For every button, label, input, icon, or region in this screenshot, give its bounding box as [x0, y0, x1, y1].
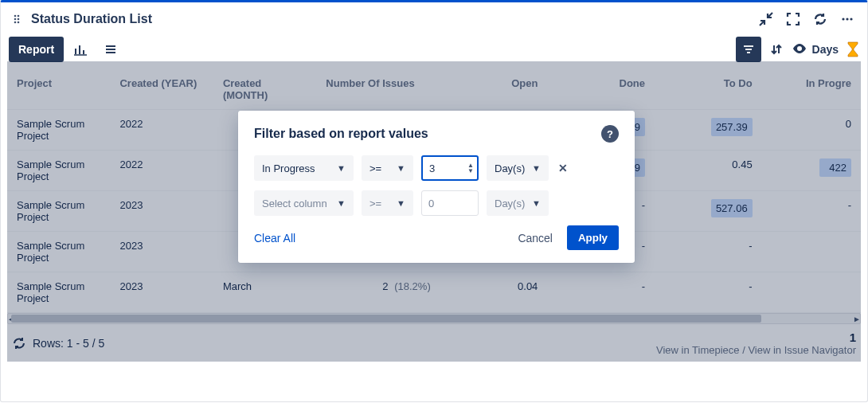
filter-operator-select-empty[interactable]: >= ▼: [362, 190, 413, 216]
report-frame: Status Duration List Report: [0, 0, 868, 402]
filter-row-1: In Progress ▼ >= ▼ 3 ▲▼ Day(s) ▼ ✕: [254, 155, 619, 181]
sort-icon[interactable]: [769, 42, 784, 57]
chevron-down-icon: ▼: [532, 198, 541, 208]
modal-title: Filter based on report values: [254, 127, 428, 141]
hourglass-icon[interactable]: [846, 41, 859, 57]
scroll-right-arrow[interactable]: ►: [852, 313, 862, 324]
svg-point-3: [18, 18, 20, 21]
chevron-down-icon: ▼: [337, 163, 346, 173]
rows-count: Rows: 1 - 5 / 5: [33, 337, 104, 350]
col-created-month[interactable]: Created (MONTH): [213, 69, 316, 110]
horizontal-scrollbar[interactable]: ◄ ►: [7, 313, 861, 324]
col-todo[interactable]: To Do: [655, 69, 762, 110]
col-in-progress[interactable]: In Progre: [762, 69, 861, 110]
col-done[interactable]: Done: [547, 69, 655, 110]
col-open[interactable]: Open: [440, 69, 548, 110]
help-icon[interactable]: ?: [601, 125, 619, 143]
svg-point-2: [14, 18, 17, 21]
filter-button[interactable]: [736, 37, 761, 62]
drag-handle-icon[interactable]: [14, 14, 23, 24]
view-in-timepiece-link[interactable]: View in Timepiece: [656, 344, 740, 356]
svg-point-0: [14, 15, 17, 18]
filter-value-input-empty[interactable]: 0: [421, 190, 479, 216]
toolbar: Report Days: [1, 33, 867, 69]
menu-view-button[interactable]: [97, 36, 124, 63]
fullscreen-icon[interactable]: [786, 12, 800, 26]
cancel-button[interactable]: Cancel: [518, 232, 553, 245]
filter-operator-select[interactable]: >= ▼: [362, 155, 413, 181]
footer: Rows: 1 - 5 / 5 1 View in Timepiece / Vi…: [1, 324, 867, 362]
table-row[interactable]: Sample Scrum Project2023March2 (18.2%)0.…: [7, 272, 861, 313]
filter-column-select-empty[interactable]: Select column ▼: [254, 190, 354, 216]
collapse-icon[interactable]: [759, 12, 773, 26]
filter-row-2: Select column ▼ >= ▼ 0 Day(s) ▼: [254, 190, 619, 216]
table-header-row: Project Created (YEAR) Created (MONTH) N…: [7, 69, 861, 110]
eye-icon: [792, 41, 807, 59]
filter-column-select[interactable]: In Progress ▼: [254, 155, 354, 181]
filter-modal: Filter based on report values ? In Progr…: [238, 111, 635, 263]
clear-all-button[interactable]: Clear All: [254, 232, 295, 245]
svg-point-7: [846, 18, 848, 20]
svg-point-1: [18, 15, 20, 18]
scroll-thumb[interactable]: [11, 315, 761, 323]
chevron-down-icon: ▼: [532, 163, 541, 173]
svg-point-5: [18, 22, 20, 24]
view-in-issue-navigator-link[interactable]: View in Issue Navigator: [748, 344, 856, 356]
filter-value-input[interactable]: 3 ▲▼: [421, 155, 479, 181]
refresh-rows-icon[interactable]: [12, 336, 26, 350]
remove-filter-icon[interactable]: ✕: [558, 162, 568, 174]
refresh-icon[interactable]: [813, 12, 827, 26]
filter-unit-select-empty[interactable]: Day(s) ▼: [487, 190, 549, 216]
page-title: Status Duration List: [31, 12, 152, 26]
col-created-year[interactable]: Created (YEAR): [110, 69, 213, 110]
chart-view-button[interactable]: [67, 36, 94, 63]
header: Status Duration List: [1, 2, 867, 33]
number-stepper[interactable]: ▲▼: [467, 162, 474, 174]
svg-point-8: [850, 18, 852, 20]
svg-point-4: [14, 22, 17, 24]
chevron-down-icon: ▼: [397, 163, 405, 173]
filter-unit-select[interactable]: Day(s) ▼: [487, 155, 549, 181]
more-icon[interactable]: [840, 12, 854, 26]
apply-button[interactable]: Apply: [567, 225, 619, 250]
days-label: Days: [812, 43, 839, 56]
col-project[interactable]: Project: [7, 69, 110, 110]
svg-point-6: [842, 18, 844, 20]
page-number: 1: [656, 331, 856, 344]
col-num-issues[interactable]: Number Of Issues: [316, 69, 440, 110]
chevron-down-icon: ▼: [337, 198, 346, 208]
report-button[interactable]: Report: [9, 37, 64, 62]
chevron-down-icon: ▼: [397, 198, 405, 208]
days-toggle[interactable]: Days: [792, 41, 839, 59]
